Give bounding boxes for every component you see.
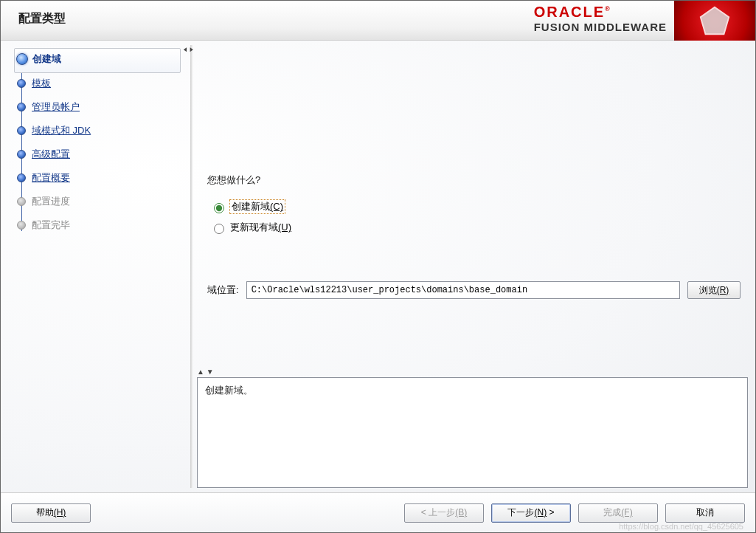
radio-update-existing-domain[interactable]: [214, 224, 224, 234]
domain-location-row: 域位置: 浏览(R): [207, 281, 741, 299]
sidebar: 创建域 模板 管理员帐户 域模式和 JDK 高级配置 配置概要: [1, 41, 193, 492]
finish-button: 完成(F): [578, 503, 658, 523]
step-label[interactable]: 高级配置: [32, 148, 70, 159]
description-box: 创建新域。: [197, 377, 748, 488]
sidebar-step-config-summary[interactable]: 配置概要: [14, 168, 193, 191]
step-label[interactable]: 模板: [32, 78, 51, 89]
sidebar-step-config-progress: 配置进度: [14, 191, 193, 215]
form-area: 您想做什么? 创建新域(C) 更新现有域(U) 域位置: 浏览(R): [193, 41, 755, 368]
back-button: < 上一步(B): [404, 503, 484, 523]
step-dot-icon: [17, 221, 26, 230]
oracle-logo-text: ORACLE®: [534, 4, 667, 21]
page-title: 配置类型: [18, 11, 66, 27]
sidebar-step-admin-account[interactable]: 管理员帐户: [14, 97, 193, 120]
sidebar-step-advanced-config[interactable]: 高级配置: [14, 144, 193, 168]
domain-location-input[interactable]: [246, 281, 680, 299]
description-text: 创建新域。: [205, 385, 253, 396]
option-create-new-domain[interactable]: 创建新域(C): [210, 200, 741, 213]
step-dot-icon: [17, 126, 26, 135]
option-update-existing-domain[interactable]: 更新现有域(U): [210, 221, 741, 234]
radio-label[interactable]: 更新现有域(U): [230, 221, 291, 234]
next-button[interactable]: 下一步(N) >: [491, 503, 571, 523]
sidebar-step-create-domain[interactable]: 创建域: [14, 48, 181, 73]
cancel-button[interactable]: 取消: [665, 503, 745, 523]
step-label[interactable]: 域模式和 JDK: [32, 125, 91, 136]
step-label: 创建域: [32, 53, 61, 64]
svg-marker-0: [701, 7, 729, 34]
browse-button[interactable]: 浏览(R): [687, 281, 741, 299]
step-label[interactable]: 配置概要: [32, 172, 70, 183]
fusion-middleware-text: FUSION MIDDLEWARE: [534, 21, 667, 33]
step-label: 配置完毕: [32, 219, 70, 230]
step-dot-icon: [17, 197, 26, 206]
sidebar-step-config-done: 配置完毕: [14, 215, 193, 238]
prompt-text: 您想做什么?: [207, 173, 741, 187]
step-label[interactable]: 管理员帐户: [32, 101, 80, 112]
step-list: 创建域 模板 管理员帐户 域模式和 JDK 高级配置 配置概要: [14, 48, 193, 238]
radio-label[interactable]: 创建新域(C): [230, 200, 285, 213]
sidebar-step-template[interactable]: 模板: [14, 73, 193, 97]
domain-location-label: 域位置:: [207, 283, 239, 297]
step-dot-icon: [16, 53, 28, 65]
step-dot-icon: [17, 103, 26, 111]
step-dot-icon: [17, 150, 26, 159]
step-label: 配置进度: [32, 196, 70, 207]
header: 配置类型 ORACLE® FUSION MIDDLEWARE: [1, 1, 755, 41]
step-dot-icon: [17, 173, 26, 182]
body: 创建域 模板 管理员帐户 域模式和 JDK 高级配置 配置概要: [1, 41, 755, 492]
brand-block: ORACLE® FUSION MIDDLEWARE: [534, 4, 667, 33]
step-dot-icon: [17, 79, 26, 88]
horizontal-resize-handle[interactable]: ▲ ▼: [193, 369, 755, 374]
footer: 帮助(H) < 上一步(B) 下一步(N) > 完成(F) 取消: [1, 492, 755, 532]
help-button[interactable]: 帮助(H): [11, 503, 91, 523]
oracle-badge-icon: [674, 1, 755, 41]
radio-create-new-domain[interactable]: [214, 203, 224, 213]
main-panel: 您想做什么? 创建新域(C) 更新现有域(U) 域位置: 浏览(R): [193, 41, 755, 492]
sidebar-step-domain-mode-jdk[interactable]: 域模式和 JDK: [14, 120, 193, 144]
